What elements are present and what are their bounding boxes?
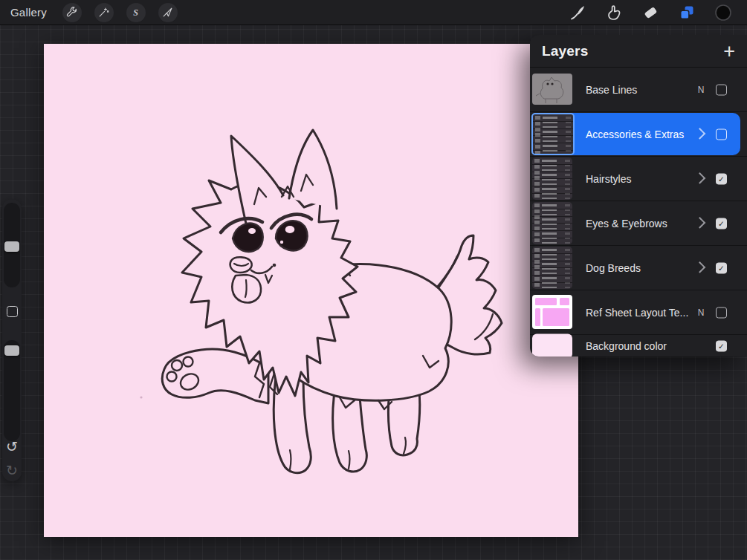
background-color-thumbnail[interactable] [532,333,572,356]
procreate-app-window: Gallery S [0,0,747,560]
layers-panel-title: Layers [542,43,588,59]
stray-speck [140,396,142,398]
layer-name: Ref Sheet Layout Te... [586,307,688,319]
thumbnail-rect [560,298,569,305]
selection-icon: S [129,6,142,19]
group-thumbnail[interactable] [532,247,572,289]
visibility-checkbox[interactable] [716,340,727,351]
visibility-checkbox[interactable] [716,84,727,95]
layer-row-accessories-extras[interactable]: Accessories & Extras [530,112,747,157]
blend-mode-badge[interactable]: N [696,307,706,318]
brush-size-handle[interactable] [4,241,19,252]
layers-button[interactable] [677,3,696,22]
layer-name: Accessories & Extras [586,128,684,140]
layer-name: Eyes & Eyebrows [586,218,667,229]
selection-button[interactable]: S [126,3,146,22]
color-swatch-button[interactable] [714,3,732,22]
chevron-right-icon[interactable] [694,172,706,184]
actions-wrench-button[interactable] [62,3,82,22]
toolbar-left-group: Gallery S [0,3,178,22]
layer-name: Hairstyles [586,173,631,185]
eraser-icon [641,4,659,22]
layer-name: Base Lines [586,84,637,96]
layers-list: Base Lines N Accessories & Extras Hairst… [530,68,747,356]
eraser-button[interactable] [641,3,659,22]
visibility-checkbox[interactable] [716,128,727,140]
layer-row-background-color[interactable]: Background color [530,335,747,356]
layer-row-hairstyles[interactable]: Hairstyles [530,157,747,201]
layer-row-base-lines[interactable]: Base Lines N [530,68,747,112]
group-thumbnail[interactable] [532,202,572,244]
brush-icon [569,4,586,22]
thumbnail-rect [535,298,557,305]
thumbnail-rect [543,308,569,326]
transform-icon [161,6,174,19]
visibility-checkbox[interactable] [716,262,727,273]
color-swatch [714,4,732,22]
layer-thumbnail[interactable] [532,295,572,329]
dog-line-art [44,44,578,537]
smudge-icon [605,4,623,22]
group-thumbnail[interactable] [531,113,575,155]
wrench-icon [65,6,78,19]
canvas[interactable] [44,44,578,537]
brush-button[interactable] [568,3,586,22]
blend-mode-badge[interactable]: N [696,85,706,95]
magic-wand-icon [97,6,110,19]
layers-icon [678,4,696,22]
toolbar-right-group [568,3,747,22]
redo-button[interactable]: ↻ [2,460,22,480]
undo-button[interactable]: ↺ [2,437,22,456]
adjustments-button[interactable] [94,3,114,22]
transform-button[interactable] [158,3,178,22]
layer-row-ref-sheet-template[interactable]: Ref Sheet Layout Te... N [530,290,747,335]
modify-square-icon [7,306,18,317]
gallery-button[interactable]: Gallery [10,6,47,19]
layer-name: Background color [586,340,667,352]
brush-controls-sidebar: ↺ ↻ [2,199,22,481]
thumbnail-rect [535,308,540,326]
selection-glyph: S [134,7,139,18]
layers-panel-header: Layers + [530,35,747,68]
visibility-checkbox[interactable] [716,173,727,184]
modify-button[interactable] [2,302,22,321]
visibility-checkbox[interactable] [716,218,727,229]
chevron-right-icon[interactable] [694,261,706,273]
brush-opacity-handle[interactable] [4,345,19,356]
layer-row-dog-breeds[interactable]: Dog Breeds [530,246,747,290]
smudge-button[interactable] [604,3,623,22]
layer-name: Dog Breeds [586,262,641,274]
layer-thumbnail[interactable] [532,74,572,105]
layers-panel: Layers + Base Lines N [530,35,747,356]
add-layer-button[interactable]: + [723,41,735,61]
layer-row-eyes-eyebrows[interactable]: Eyes & Eyebrows [530,201,747,246]
group-thumbnail[interactable] [532,157,572,200]
top-toolbar: Gallery S [0,0,747,25]
visibility-checkbox[interactable] [716,307,727,318]
sketch-thumbnail-art [532,74,572,105]
chevron-right-icon[interactable] [694,217,706,229]
